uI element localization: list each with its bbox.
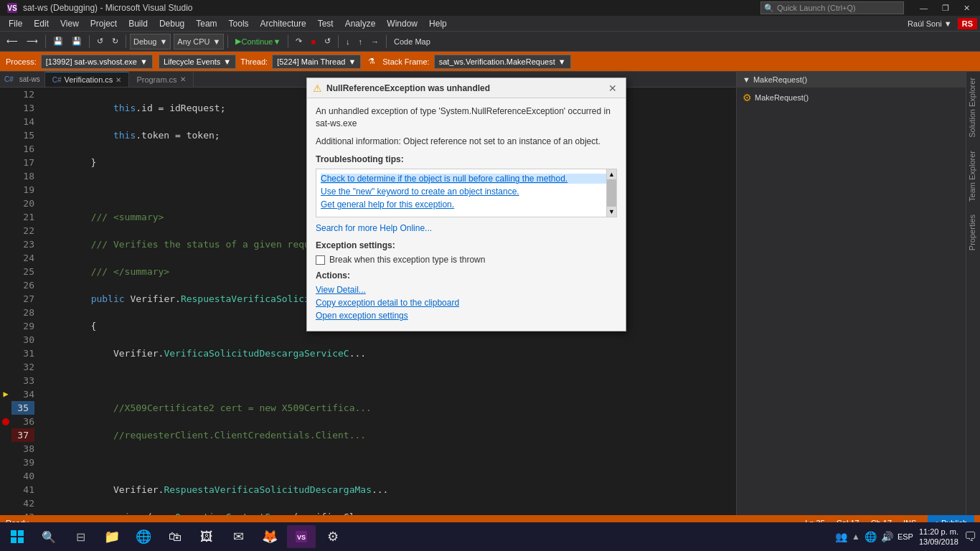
break-on-exception-checkbox[interactable] (316, 255, 325, 265)
stop-button[interactable]: ■ (307, 34, 319, 50)
lang-indicator: ESP (897, 532, 913, 541)
save-all-button[interactable]: 💾 (68, 34, 85, 50)
store-button[interactable]: 🛍 (161, 525, 189, 548)
code-line-24: //requesterClient.ClientCredentials.Clie… (46, 428, 736, 442)
menu-project[interactable]: Project (85, 17, 123, 30)
menu-view[interactable]: View (55, 17, 85, 30)
photos-button[interactable]: 🖼 (192, 525, 221, 548)
menu-team[interactable]: Team (190, 17, 222, 30)
code-line-22 (46, 374, 736, 387)
bp-empty (0, 210, 11, 224)
chevron-up-icon[interactable]: ▲ (852, 532, 860, 542)
sidebar-item-solution-explorer[interactable]: Solution Explorer (966, 72, 980, 143)
menu-help[interactable]: Help (423, 17, 453, 30)
menu-test[interactable]: Test (312, 17, 339, 30)
tab-program-cs[interactable]: Program.cs ✕ (129, 72, 193, 87)
codemap-button[interactable]: Code Map (390, 34, 434, 50)
user-badge: RS (958, 18, 977, 29)
svg-rect-5 (18, 537, 24, 543)
continue-button[interactable]: ▶ Continue ▼ (232, 34, 284, 50)
edge-button[interactable]: 🌐 (129, 525, 158, 548)
scroll-down-button[interactable]: ▼ (607, 207, 616, 217)
thread-label: Thread: (237, 57, 270, 66)
menu-debug[interactable]: Debug (154, 17, 190, 30)
tab-verification-cs[interactable]: C# Verification.cs ✕ (45, 72, 130, 87)
thread-dropdown[interactable]: [5224] Main Thread ▼ (272, 55, 361, 69)
step-over-button[interactable]: ↷ (292, 34, 306, 50)
tips-scrollbar[interactable]: ▲ ▼ (606, 169, 616, 217)
tip-2[interactable]: Use the "new" keyword to create an objec… (321, 187, 612, 197)
svg-text:VS: VS (297, 534, 306, 541)
time-display: 11:20 p. m. (919, 527, 958, 537)
menu-tools[interactable]: Tools (223, 17, 255, 30)
restart-button[interactable]: ↺ (321, 34, 334, 50)
tip-1[interactable]: Check to determine if the object is null… (321, 174, 612, 184)
quick-launch-box[interactable]: 🔍 Quick Launch (Ctrl+Q) (760, 1, 904, 14)
chevron-down-icon-6: ▼ (558, 57, 566, 66)
step-into-button[interactable]: ↓ (342, 34, 354, 50)
firefox-button[interactable]: 🦊 (255, 525, 284, 548)
toolbar-separator-4 (227, 35, 228, 48)
navigate-forward-button[interactable]: ⟶ (23, 34, 42, 50)
svg-rect-3 (18, 530, 24, 536)
debug-toolbar: Process: [13992] sat-ws.vshost.exe ▼ Lif… (0, 52, 980, 72)
stack-frame-dropdown[interactable]: sat_ws.Verification.MakeRequest ▼ (434, 55, 571, 69)
notification-icon[interactable]: 🗨 (964, 529, 977, 545)
close-button[interactable]: ✕ (959, 4, 974, 13)
next-statement-button[interactable]: → (367, 34, 382, 50)
scroll-up-button[interactable]: ▲ (607, 169, 616, 179)
step-out-button[interactable]: ↑ (355, 34, 367, 50)
mail-button[interactable]: ✉ (224, 525, 253, 548)
bp-empty (0, 156, 11, 169)
tip-3[interactable]: Get general help for this exception. (321, 199, 612, 209)
navigate-back-button[interactable]: ⟵ (3, 34, 22, 50)
start-button[interactable] (3, 522, 32, 551)
cpu-dropdown[interactable]: Any CPU ▼ (174, 34, 224, 50)
bp-empty (0, 183, 11, 197)
cpu-label: Any CPU (177, 37, 209, 46)
search-online-link[interactable]: Search for more Help Online... (316, 223, 617, 233)
bp-empty (0, 511, 11, 515)
menu-build[interactable]: Build (123, 17, 154, 30)
menu-architecture[interactable]: Architecture (255, 17, 312, 30)
undo-button[interactable]: ↺ (93, 34, 107, 50)
copy-exception-link[interactable]: Copy exception detail to the clipboard (316, 298, 617, 308)
view-detail-link[interactable]: View Detail... (316, 285, 617, 295)
dialog-exception-message: An unhandled exception of type 'System.N… (316, 105, 617, 130)
menu-analyze[interactable]: Analyze (339, 17, 382, 30)
search-icon: 🔍 (764, 4, 774, 13)
breakpoint-marker[interactable] (2, 418, 9, 425)
redo-button[interactable]: ↻ (108, 34, 122, 50)
main-toolbar: ⟵ ⟶ 💾 💾 ↺ ↻ Debug ▼ Any CPU ▼ ▶ Continue… (0, 32, 980, 52)
lifecycle-dropdown[interactable]: Lifecycle Events ▼ (159, 55, 236, 69)
bp-empty (0, 401, 11, 415)
menu-window[interactable]: Window (381, 17, 423, 30)
sidebar-item-properties[interactable]: Properties (966, 209, 980, 256)
bp-empty (0, 115, 11, 128)
method-icon: ⚙ (743, 92, 752, 103)
dialog-title: NullReferenceException was unhandled (326, 83, 601, 93)
right-panel-content: ⚙ MakeRequest() (737, 88, 966, 515)
breakpoint-gutter: ▶ (0, 88, 11, 515)
maximize-button[interactable]: ❐ (938, 4, 953, 13)
search-taskbar-button[interactable]: 🔍 (34, 525, 63, 548)
task-view-button[interactable]: ⊟ (66, 525, 95, 548)
scroll-thumb[interactable] (607, 179, 616, 207)
vs-taskbar-button[interactable]: VS (287, 525, 316, 548)
menu-file[interactable]: File (3, 17, 28, 30)
process-dropdown[interactable]: [13992] sat-ws.vshost.exe ▼ (41, 55, 153, 69)
bp-empty (0, 360, 11, 374)
bp-empty (0, 251, 11, 265)
stack-frame-label: Stack Frame: (380, 57, 432, 66)
file-explorer-button[interactable]: 📁 (98, 525, 126, 548)
open-exception-settings-link[interactable]: Open exception settings (316, 311, 617, 321)
minimize-button[interactable]: — (915, 4, 932, 12)
settings-taskbar-button[interactable]: ⚙ (319, 525, 347, 548)
tab-close-program[interactable]: ✕ (180, 75, 186, 83)
sidebar-item-team-explorer[interactable]: Team Explorer (966, 145, 980, 207)
menu-edit[interactable]: Edit (28, 17, 55, 30)
debug-mode-dropdown[interactable]: Debug ▼ (130, 34, 171, 50)
dialog-close-button[interactable]: ✕ (606, 83, 620, 94)
tab-close-verification[interactable]: ✕ (116, 76, 121, 84)
save-button[interactable]: 💾 (50, 34, 67, 50)
